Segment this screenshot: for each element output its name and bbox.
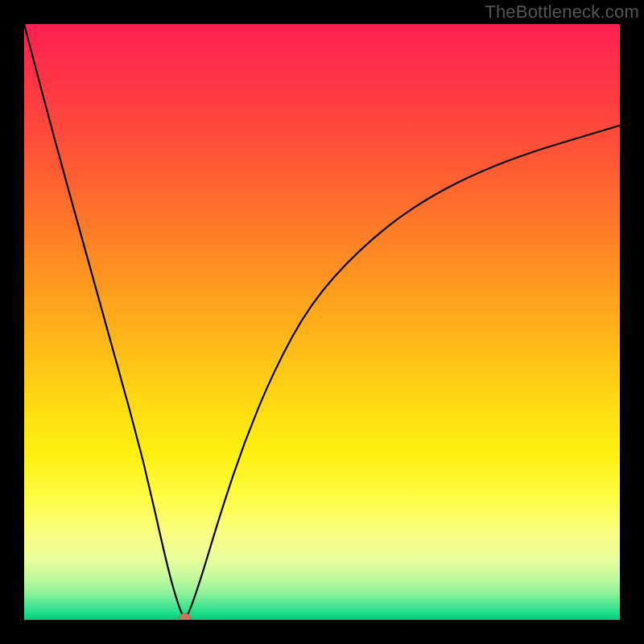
bottleneck-curve-svg (24, 24, 620, 620)
curve-minimum-marker (180, 613, 191, 620)
plot-area (24, 24, 620, 620)
watermark-text: TheBottleneck.com (485, 2, 639, 23)
chart-frame: TheBottleneck.com (0, 0, 644, 644)
bottleneck-curve-path (24, 24, 620, 617)
